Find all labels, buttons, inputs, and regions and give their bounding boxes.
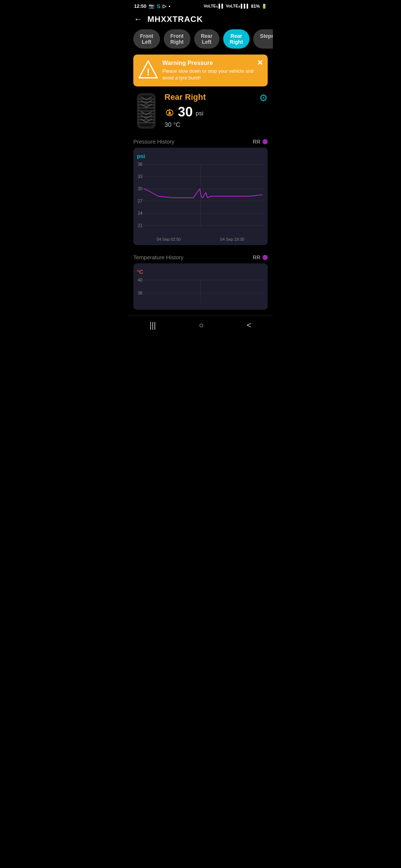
back-button[interactable]: ←: [134, 14, 142, 24]
svg-text:!: !: [147, 66, 150, 78]
pressure-chart-container: psi 36 33 30 27 24 21 04 Sep 02:50 04 Se…: [133, 148, 268, 245]
nav-back-button[interactable]: <: [247, 320, 251, 330]
dot-icon: •: [169, 3, 170, 9]
nav-home-button[interactable]: ○: [199, 320, 204, 330]
pressure-warning-icon: [164, 106, 175, 116]
header: ← MHXXTRACK: [128, 11, 273, 29]
temperature-chart-svg: 40 36: [137, 276, 264, 306]
tyre-name: Rear Right: [164, 92, 268, 102]
play-icon: ▷: [163, 3, 166, 9]
temperature-chart-container: °C 40 36: [133, 263, 268, 310]
tyre-image: [133, 92, 159, 129]
signal-lte1: VoLTE₁ ▌▌: [203, 4, 224, 9]
nav-bar: ||| ○ <: [128, 316, 273, 333]
svg-text:21: 21: [138, 223, 143, 228]
status-bar: 12:50 📷 S ▷ • VoLTE₁ ▌▌ VoLTE₂ ▌▌▌ 81% 🔋: [128, 0, 273, 11]
svg-text:36: 36: [138, 162, 143, 167]
temperature-history-title: Temperature History: [133, 254, 183, 260]
tyre-pressure-row: 30 psi: [164, 104, 268, 120]
svg-text:30: 30: [138, 186, 143, 191]
svg-text:27: 27: [138, 198, 143, 203]
temperature-chart-area: 40 36: [137, 276, 264, 306]
tyre-info-card: Rear Right 30 psi 30 °C ⚙: [133, 92, 268, 129]
status-left: 12:50 📷 S ▷ •: [134, 3, 170, 9]
chart-time-end: 04 Sep 19:30: [220, 237, 244, 241]
signal-lte2: VoLTE₂ ▌▌▌: [226, 4, 250, 9]
chart-footer: 04 Sep 02:50 04 Sep 19:30: [137, 237, 264, 241]
tab-front-left[interactable]: FrontLeft: [133, 29, 160, 49]
svg-text:33: 33: [138, 174, 143, 179]
page-title: MHXXTRACK: [147, 14, 203, 24]
pressure-legend-dot: [263, 139, 268, 144]
tyre-temperature: 30 °C: [164, 121, 268, 129]
pressure-chart-svg: 36 33 30 27 24 21: [137, 161, 264, 235]
pressure-unit: psi: [196, 110, 203, 117]
warning-triangle-icon: !: [138, 60, 158, 79]
pressure-history-title: Pressure History: [133, 138, 175, 145]
pressure-chart-area: 36 33 30 27 24 21: [137, 161, 264, 235]
svg-text:24: 24: [138, 211, 143, 216]
s-icon: S: [157, 3, 160, 9]
temperature-chart-label: °C: [137, 269, 264, 275]
tab-rear-left[interactable]: RearLeft: [194, 29, 219, 49]
temperature-legend-label: RR: [253, 254, 260, 260]
temperature-history-header: Temperature History RR: [128, 251, 273, 263]
svg-point-17: [169, 112, 171, 114]
warning-close-button[interactable]: ✕: [257, 58, 263, 67]
tyre-details: Rear Right 30 psi 30 °C: [164, 92, 268, 129]
temperature-legend-dot: [263, 255, 268, 260]
time-display: 12:50: [134, 3, 146, 9]
chart-time-start: 04 Sep 02:50: [157, 237, 181, 241]
warning-description: Please slow down or stop your vehicle an…: [162, 68, 263, 81]
photo-icon: 📷: [149, 3, 154, 9]
pressure-chart-label: psi: [137, 153, 264, 159]
tab-front-right[interactable]: FrontRight: [164, 29, 190, 49]
warning-text-block: Warning Pressure Please slow down or sto…: [162, 60, 263, 81]
svg-text:36: 36: [138, 290, 143, 295]
tab-rear-right[interactable]: RearRight: [223, 29, 250, 49]
battery-icon: 🔋: [261, 4, 267, 9]
pressure-value: 30: [178, 104, 193, 120]
battery-display: 81%: [251, 4, 260, 9]
settings-button[interactable]: ⚙: [259, 92, 268, 104]
status-right: VoLTE₁ ▌▌ VoLTE₂ ▌▌▌ 81% 🔋: [203, 4, 267, 9]
pressure-legend: RR: [253, 139, 268, 145]
nav-menu-button[interactable]: |||: [150, 320, 156, 330]
temperature-legend: RR: [253, 254, 268, 260]
pressure-history-header: Pressure History RR: [128, 135, 273, 148]
tab-bar: FrontLeft FrontRight RearLeft RearRight …: [128, 29, 273, 55]
pressure-legend-label: RR: [253, 139, 260, 145]
pressure-icon: [164, 106, 175, 118]
svg-text:40: 40: [138, 277, 143, 282]
tab-stepney[interactable]: Stepney: [253, 29, 273, 49]
warning-title: Warning Pressure: [162, 60, 263, 66]
warning-banner: ! Warning Pressure Please slow down or s…: [133, 55, 268, 86]
